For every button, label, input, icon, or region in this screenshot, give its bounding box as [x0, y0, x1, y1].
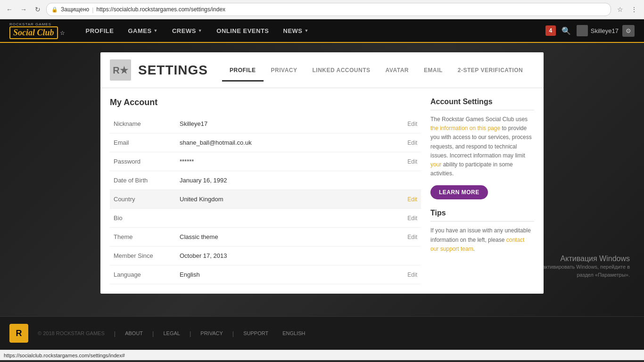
member-since-label: Member Since: [110, 247, 176, 265]
language-label: Language: [110, 265, 176, 284]
nav-online-events[interactable]: ONLINE EVENTS: [210, 19, 275, 42]
nav-online-events-label: ONLINE EVENTS: [216, 27, 269, 34]
nav-news[interactable]: NEWS ▼: [277, 19, 315, 42]
windows-activation-watermark: Активация Windows Чтобы активировать Win…: [526, 255, 630, 279]
notification-badge[interactable]: 4: [545, 25, 556, 36]
nav-crews[interactable]: CREWS ▼: [165, 19, 209, 42]
tab-privacy-label: PRIVACY: [271, 67, 297, 74]
footer-privacy-link[interactable]: PRIVACY: [200, 330, 223, 336]
back-button[interactable]: ←: [4, 4, 15, 15]
url-separator: |: [92, 6, 93, 13]
forward-button[interactable]: →: [18, 4, 29, 15]
footer-logo-letter: R: [16, 329, 22, 338]
windows-activation-description: Чтобы активировать Windows, перейдите вр…: [526, 263, 630, 279]
account-settings-highlight-2: your: [430, 161, 441, 168]
nav-games-label: GAMES: [128, 27, 151, 34]
browser-chrome: ← → ↻ 🔒 Защищено | https://socialclub.ro…: [0, 0, 644, 19]
nav-profile-label: PROFILE: [86, 27, 114, 34]
footer-about-link[interactable]: ABOUT: [125, 330, 143, 336]
tab-2step[interactable]: 2-STEP VERIFICATION: [450, 58, 530, 82]
footer-logo: R: [9, 324, 28, 343]
country-value: United Kingdom: [176, 190, 397, 209]
tab-email-label: EMAIL: [424, 67, 443, 74]
address-bar[interactable]: 🔒 Защищено | https://socialclub.rockstar…: [46, 3, 611, 16]
dob-row: Date of Birth January 16, 1992: [110, 171, 421, 190]
email-edit-cell: Edit: [397, 133, 421, 152]
password-edit-link[interactable]: Edit: [407, 158, 417, 165]
bio-label: Bio: [110, 209, 176, 228]
footer-copyright: © 2018 ROCKSTAR GAMES: [38, 330, 105, 336]
footer-support-link[interactable]: SUPPORT: [243, 330, 268, 336]
language-edit-link[interactable]: Edit: [407, 272, 417, 278]
tab-privacy[interactable]: PRIVACY: [264, 58, 305, 82]
bio-edit-link[interactable]: Edit: [407, 215, 417, 222]
footer-sep-3: |: [190, 330, 191, 337]
email-row: Email shane_ball@hotmail.co.uk Edit: [110, 133, 421, 152]
browser-right-icons: ☆ ⋮: [614, 3, 640, 16]
email-value: shane_ball@hotmail.co.uk: [176, 133, 397, 152]
password-label: Password: [110, 152, 176, 171]
country-row: Country United Kingdom Edit: [110, 190, 421, 209]
top-navigation: ROCKSTAR GAMES Social Club ☆ PROFILE GAM…: [0, 19, 644, 43]
password-edit-cell: Edit: [397, 152, 421, 171]
account-settings-text-3: ability to participate in some activitie…: [430, 161, 513, 177]
tab-email[interactable]: EMAIL: [416, 58, 450, 82]
rockstar-icon: R★: [113, 65, 128, 76]
bio-edit-cell: Edit: [397, 209, 421, 228]
nav-profile[interactable]: PROFILE: [79, 19, 121, 42]
games-dropdown-icon: ▼: [154, 28, 158, 33]
language-row: Language English Edit: [110, 265, 421, 284]
search-button[interactable]: 🔍: [560, 25, 573, 37]
tab-linked-accounts-label: LINKED ACCOUNTS: [312, 67, 370, 74]
tab-profile-label: PROFILE: [230, 67, 256, 74]
account-settings-button[interactable]: ⚙: [622, 25, 635, 37]
settings-title: SETTINGS: [138, 63, 208, 78]
nav-right: 4 🔍 Skilleye17 ⚙: [545, 25, 635, 37]
tab-avatar[interactable]: AVATAR: [378, 58, 416, 82]
bio-value: [176, 209, 397, 228]
tips-description: If you have an issue with any uneditable…: [430, 226, 534, 254]
theme-label: Theme: [110, 228, 176, 247]
page-background: ROCKSTAR GAMES Social Club ☆ PROFILE GAM…: [0, 19, 644, 316]
security-lock-icon: 🔒: [51, 7, 58, 13]
nickname-value: Skilleye17: [176, 115, 397, 133]
dob-value: January 16, 1992: [176, 171, 397, 190]
member-since-value: October 17, 2013: [176, 247, 397, 265]
settings-container: R★ SETTINGS PROFILE PRIVACY LINKED ACCOU…: [100, 52, 544, 294]
browser-menu-button[interactable]: ⋮: [628, 3, 640, 16]
account-settings-title: Account Settings: [430, 98, 534, 110]
nav-games[interactable]: GAMES ▼: [121, 19, 165, 42]
footer-language: ENGLISH: [282, 330, 305, 336]
bio-row: Bio Edit: [110, 209, 421, 228]
settings-icon-box: R★: [110, 59, 131, 81]
theme-edit-link[interactable]: Edit: [407, 234, 417, 240]
email-label: Email: [110, 133, 176, 152]
browser-toolbar: ← → ↻ 🔒 Защищено | https://socialclub.ro…: [0, 0, 644, 19]
tab-avatar-label: AVATAR: [386, 67, 409, 74]
social-club-text: Social Club: [13, 28, 54, 37]
user-area: Skilleye17: [577, 25, 619, 36]
bookmark-button[interactable]: ☆: [614, 3, 626, 16]
crews-dropdown-icon: ▼: [198, 28, 202, 33]
country-label: Country: [110, 190, 176, 209]
logo-star-icon: ☆: [60, 30, 65, 36]
url-text: https://socialclub.rockstargames.com/set…: [97, 6, 606, 13]
account-settings-box: Account Settings The Rockstar Games Soci…: [430, 98, 534, 199]
dob-edit-cell: [397, 171, 421, 190]
tab-linked-accounts[interactable]: LINKED ACCOUNTS: [305, 58, 378, 82]
security-label: Защищено: [61, 6, 89, 13]
tab-profile[interactable]: PROFILE: [222, 58, 264, 82]
refresh-button[interactable]: ↻: [32, 4, 43, 15]
dob-label: Date of Birth: [110, 171, 176, 190]
status-url-text: https://socialclub.rockstargames.com/set…: [4, 353, 125, 358]
footer: R © 2018 ROCKSTAR GAMES | ABOUT | LEGAL …: [0, 316, 644, 350]
country-edit-link[interactable]: Edit: [407, 196, 417, 203]
tips-title: Tips: [430, 209, 534, 222]
nickname-edit-link[interactable]: Edit: [407, 121, 417, 127]
my-account-section: My Account Nickname Skilleye17 Edit: [110, 98, 421, 284]
footer-legal-link[interactable]: LEGAL: [163, 330, 180, 336]
settings-header: R★ SETTINGS PROFILE PRIVACY LINKED ACCOU…: [100, 52, 544, 88]
learn-more-button[interactable]: LEARN MORE: [430, 185, 488, 199]
social-club-logo: Social Club: [9, 26, 58, 39]
email-edit-link[interactable]: Edit: [407, 140, 417, 146]
